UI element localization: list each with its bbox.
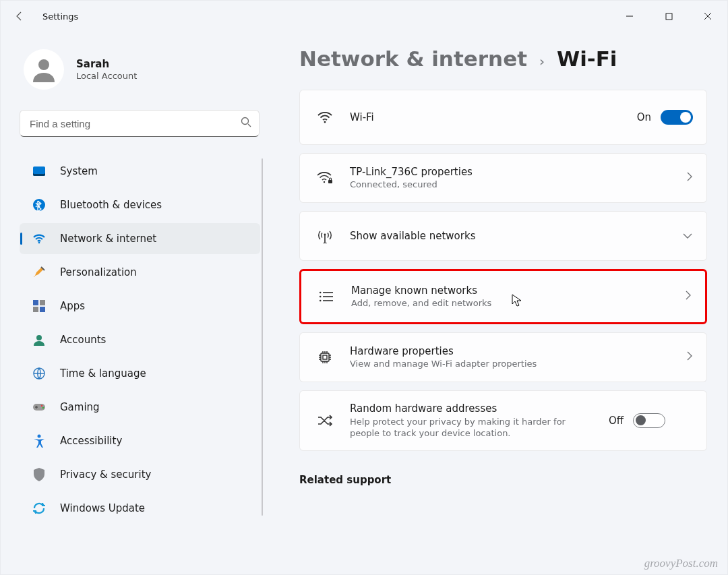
card-hardware-properties[interactable]: Hardware properties View and manage Wi-F… — [299, 332, 707, 382]
minimize-icon — [626, 12, 634, 20]
svg-point-21 — [320, 300, 322, 302]
maximize-icon — [665, 13, 673, 20]
search-input[interactable] — [20, 110, 260, 137]
svg-rect-8 — [40, 307, 45, 312]
shield-icon — [32, 467, 47, 482]
chevron-right-icon — [686, 171, 693, 185]
main: Network & internet › Wi-Fi Wi-Fi On — [267, 32, 727, 574]
window-controls — [610, 3, 727, 30]
sidebar-item-system[interactable]: System — [20, 156, 260, 187]
profile-text: Sarah Local Account — [76, 58, 137, 81]
profile-name: Sarah — [76, 58, 137, 71]
person-icon — [32, 332, 47, 347]
globe-clock-icon — [32, 366, 47, 381]
sidebar-item-label: Gaming — [60, 401, 100, 413]
chip-icon — [316, 350, 334, 365]
window-title: Settings — [42, 11, 78, 22]
svg-point-15 — [324, 121, 326, 123]
card-sub: Help protect your privacy by making it h… — [350, 416, 593, 440]
wifi-toggle[interactable] — [661, 110, 693, 125]
antenna-icon — [316, 229, 334, 243]
accessibility-icon — [32, 433, 47, 448]
svg-rect-22 — [321, 353, 329, 361]
svg-rect-23 — [323, 355, 327, 359]
svg-point-16 — [324, 181, 325, 183]
svg-rect-17 — [328, 180, 332, 183]
settings-window: Settings Sarah Local Account — [0, 0, 728, 575]
sidebar-item-label: Time & language — [60, 367, 146, 380]
close-button[interactable] — [688, 3, 727, 30]
sidebar-item-label: Network & internet — [60, 233, 156, 245]
card-wifi-toggle[interactable]: Wi-Fi On — [299, 90, 707, 145]
maximize-button[interactable] — [649, 3, 688, 30]
avatar — [24, 49, 64, 90]
sidebar-item-label: Accessibility — [60, 435, 122, 447]
sidebar-item-accessibility[interactable]: Accessibility — [20, 425, 260, 456]
chevron-right-icon: › — [539, 53, 545, 69]
sidebar-item-label: Windows Update — [60, 502, 145, 514]
sidebar-item-label: Accounts — [60, 334, 106, 346]
minimize-button[interactable] — [610, 3, 649, 30]
bluetooth-icon — [32, 198, 47, 212]
sidebar-item-apps[interactable]: Apps — [20, 291, 260, 322]
card-label: Hardware properties — [350, 344, 670, 358]
shuffle-icon — [316, 414, 334, 427]
sidebar-item-network[interactable]: Network & internet — [20, 223, 260, 254]
card-manage-known-networks[interactable]: Manage known networks Add, remove, and e… — [299, 269, 707, 324]
chevron-right-icon — [685, 290, 692, 303]
svg-point-20 — [320, 296, 322, 298]
update-icon — [32, 501, 47, 516]
wifi-icon — [32, 231, 47, 246]
card-sub: View and manage Wi-Fi adapter properties — [350, 358, 670, 370]
apps-icon — [32, 299, 47, 313]
svg-rect-7 — [33, 307, 38, 312]
sidebar-item-accounts[interactable]: Accounts — [20, 324, 260, 355]
nav: System Bluetooth & devices Network & int… — [20, 156, 262, 524]
sidebar-item-label: Personalization — [60, 266, 137, 278]
toggle-state-text: On — [637, 111, 651, 123]
titlebar: Settings — [1, 1, 727, 32]
svg-point-14 — [38, 435, 41, 438]
person-icon — [28, 54, 59, 85]
sidebar-item-label: Bluetooth & devices — [60, 199, 162, 211]
card-random-hw-addresses[interactable]: Random hardware addresses Help protect y… — [299, 390, 707, 451]
brush-icon — [32, 265, 47, 280]
sidebar-item-windows-update[interactable]: Windows Update — [20, 493, 260, 524]
wifi-icon — [316, 111, 334, 123]
sidebar-item-gaming[interactable]: Gaming — [20, 392, 260, 423]
sidebar-item-privacy[interactable]: Privacy & security — [20, 459, 260, 490]
watermark: groovyPost.com — [644, 557, 718, 570]
gamepad-icon — [32, 400, 47, 415]
back-button[interactable] — [10, 7, 29, 26]
card-label: Wi-Fi — [350, 111, 621, 124]
sidebar-item-personalization[interactable]: Personalization — [20, 257, 260, 288]
breadcrumb-parent[interactable]: Network & internet — [299, 47, 527, 71]
svg-point-9 — [36, 335, 42, 340]
svg-point-19 — [320, 292, 322, 294]
card-label: Random hardware addresses — [350, 402, 593, 415]
sidebar-item-label: Apps — [60, 300, 85, 312]
toggle-state-text: Off — [609, 415, 624, 427]
svg-point-4 — [38, 242, 40, 244]
profile[interactable]: Sarah Local Account — [20, 49, 262, 90]
wifi-secured-icon — [316, 171, 334, 185]
random-hw-toggle[interactable] — [633, 413, 665, 428]
card-connection-properties[interactable]: TP-Link_736C properties Connected, secur… — [299, 153, 707, 203]
card-label: Manage known networks — [351, 284, 669, 297]
sidebar-item-label: System — [60, 165, 98, 177]
system-icon — [32, 164, 47, 179]
svg-point-2 — [242, 118, 249, 125]
sidebar-item-label: Privacy & security — [60, 468, 151, 481]
sidebar: Sarah Local Account System — [1, 32, 267, 574]
card-sub: Connected, secured — [350, 179, 670, 191]
scrollbar[interactable] — [262, 158, 263, 516]
search-icon — [241, 117, 251, 130]
arrow-left-icon — [14, 11, 25, 22]
settings-cards: Wi-Fi On TP-Link_736C properties Connect… — [299, 90, 707, 451]
profile-subtitle: Local Account — [76, 71, 137, 81]
sidebar-item-bluetooth[interactable]: Bluetooth & devices — [20, 189, 260, 220]
sidebar-item-time-language[interactable]: Time & language — [20, 358, 260, 389]
breadcrumb-current: Wi-Fi — [557, 47, 617, 71]
breadcrumb: Network & internet › Wi-Fi — [299, 47, 707, 71]
card-show-available-networks[interactable]: Show available networks — [299, 211, 707, 261]
